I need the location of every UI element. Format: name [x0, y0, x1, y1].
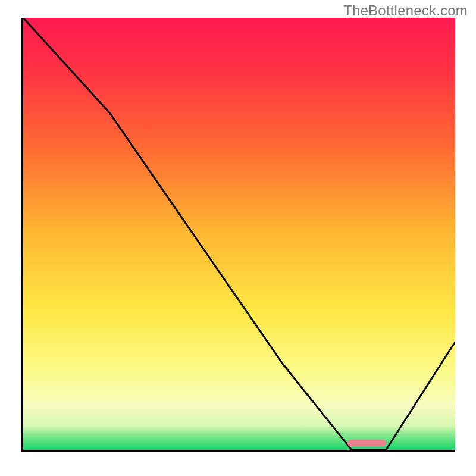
watermark-text: TheBottleneck.com	[343, 2, 468, 19]
optimal-range-marker	[347, 440, 386, 447]
axes-border	[21, 18, 455, 452]
chart-frame: TheBottleneck.com	[0, 0, 476, 476]
